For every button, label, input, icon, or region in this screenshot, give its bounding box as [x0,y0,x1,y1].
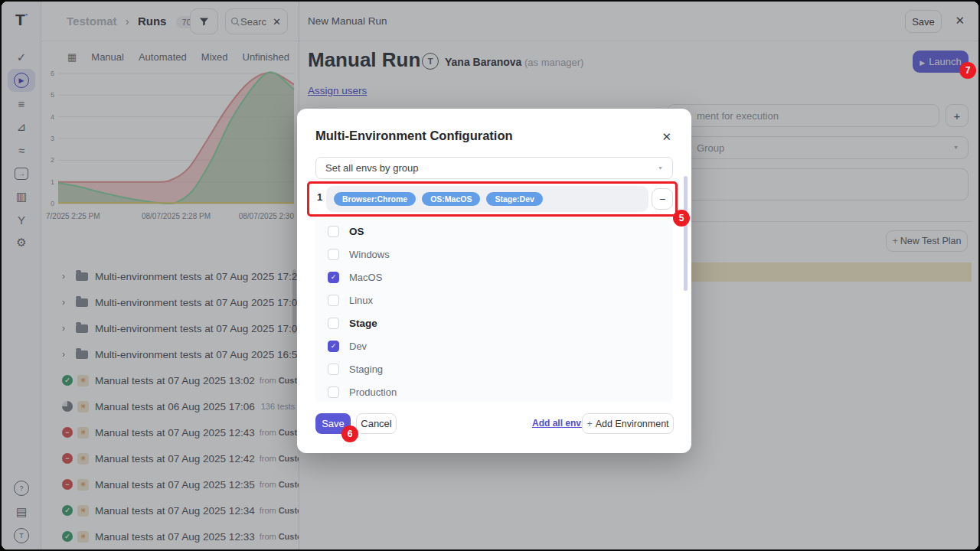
modal-close-icon[interactable]: ✕ [662,130,671,144]
env-option-label: MacOS [349,272,382,283]
env-option-label: Windows [349,249,390,260]
set-envs-by-group-select[interactable]: Set all envs by group ▼ [315,157,673,179]
modal-list-scrollbar[interactable] [684,176,688,291]
modal-title: Multi-Environment Configuration [315,129,513,143]
annotation-badge-6: 6 [341,425,358,442]
checkbox[interactable]: ✓ [328,341,339,352]
env-options-list: OSWindows✓MacOSLinuxStage✓DevStagingProd… [315,218,673,402]
env-option-row[interactable]: Linux [315,289,673,311]
add-all-envs-link[interactable]: Add all envs [532,418,586,429]
checkbox[interactable] [328,386,339,398]
env-option-label: OS [349,226,364,237]
env-option-row[interactable]: Production [315,380,673,403]
app-window: T▪ ✓▶≡⊿≈→▥Y⚙ ?▤T Testomat › Runs 70 ✕ [0,0,980,551]
env-option-row[interactable]: Windows [315,243,673,266]
checkbox[interactable]: ✓ [328,272,339,283]
env-option-row[interactable]: ✓Dev [315,334,673,357]
modal-cancel-button[interactable]: Cancel [356,413,397,434]
env-option-row[interactable]: OS [315,220,673,243]
chevron-down-icon: ▼ [658,165,663,171]
checkbox[interactable] [328,364,339,375]
env-option-row[interactable]: ✓MacOS [315,266,673,289]
env-option-row[interactable]: Stage [315,311,673,334]
env-option-label: Linux [349,295,373,306]
annotation-badge-7: 7 [959,62,976,79]
checkbox[interactable] [328,318,339,329]
annotation-rectangle [307,181,678,217]
checkbox[interactable] [328,295,339,306]
checkbox[interactable] [328,249,339,260]
checkbox[interactable] [328,226,339,237]
env-option-label: Stage [349,318,377,329]
env-option-label: Dev [349,341,367,352]
add-environment-button[interactable]: +Add Environment [582,413,674,434]
env-option-row[interactable]: Staging [315,357,673,380]
env-option-label: Production [349,386,397,398]
multi-environment-modal: Multi-Environment Configuration ✕ Set al… [297,109,691,453]
annotation-badge-5: 5 [673,210,690,227]
env-option-label: Staging [349,364,383,375]
